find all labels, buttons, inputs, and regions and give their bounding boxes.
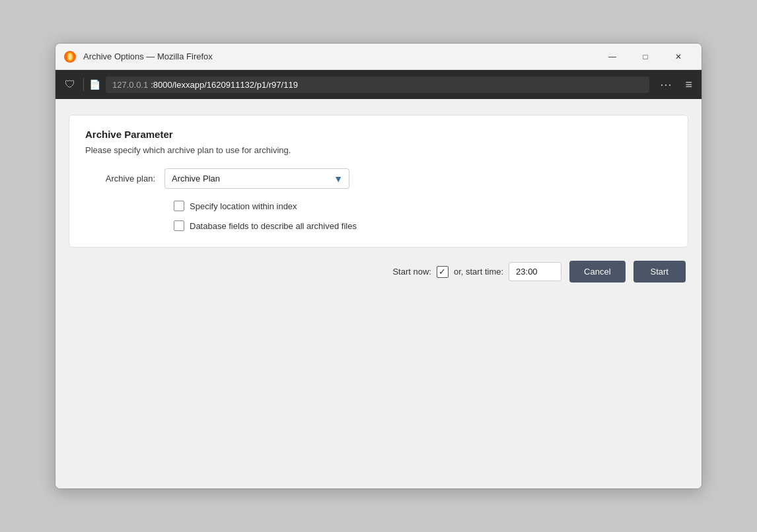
url-prefix: 127.0.0.1 [112, 80, 148, 90]
start-now-group: Start now: or, start time: [392, 262, 561, 281]
start-button[interactable]: Start [633, 261, 686, 283]
specify-location-label: Specify location within index [190, 201, 297, 211]
firefox-icon [63, 50, 77, 63]
page-icon: 📄 [89, 79, 100, 90]
maximize-button[interactable]: □ [630, 48, 661, 66]
content-area: Archive Parameter Please specify which a… [55, 99, 702, 488]
checkbox-row-1: Specify location within index [174, 201, 672, 211]
shield-icon: 🛡 [62, 79, 78, 90]
window-controls: — □ ✕ [597, 48, 694, 66]
archive-plan-select[interactable]: Archive Plan [164, 168, 349, 189]
archive-plan-row: Archive plan: Archive Plan ▼ [85, 168, 672, 189]
specify-location-checkbox[interactable] [174, 201, 184, 211]
hamburger-button[interactable]: ≡ [682, 78, 695, 92]
bottom-controls: Start now: or, start time: Cancel Start [69, 261, 688, 283]
database-fields-label: Database fields to describe all archived… [190, 221, 357, 231]
archive-parameter-card: Archive Parameter Please specify which a… [69, 115, 688, 248]
url-path: :8000/lexxapp/1620911132/p1/r97/119 [151, 80, 298, 90]
database-fields-checkbox[interactable] [174, 220, 184, 231]
svg-point-2 [68, 53, 72, 60]
cancel-button[interactable]: Cancel [569, 261, 625, 283]
card-subtitle: Please specify which archive plan to use… [85, 145, 672, 155]
nav-bar: 🛡 📄 127.0.0.1 :8000/lexxapp/1620911132/p… [55, 70, 702, 99]
title-bar: Archive Options — Mozilla Firefox — □ ✕ [55, 44, 702, 70]
window-title: Archive Options — Mozilla Firefox [83, 51, 591, 61]
close-button[interactable]: ✕ [663, 48, 694, 66]
minimize-button[interactable]: — [597, 48, 628, 66]
start-now-label: Start now: [392, 267, 431, 277]
url-bar[interactable]: 127.0.0.1 :8000/lexxapp/1620911132/p1/r9… [106, 77, 649, 93]
start-now-checkbox[interactable] [437, 266, 449, 278]
start-time-input[interactable] [509, 262, 561, 281]
nav-divider [83, 78, 84, 91]
more-button[interactable]: ··· [655, 78, 677, 92]
checkbox-group: Specify location within index Database f… [174, 201, 672, 231]
archive-plan-label: Archive plan: [85, 174, 164, 183]
or-start-time-label: or, start time: [454, 267, 503, 277]
card-title: Archive Parameter [85, 129, 672, 140]
browser-window: Archive Options — Mozilla Firefox — □ ✕ … [55, 43, 702, 489]
checkbox-row-2: Database fields to describe all archived… [174, 220, 672, 231]
archive-plan-select-wrapper: Archive Plan ▼ [164, 168, 349, 189]
